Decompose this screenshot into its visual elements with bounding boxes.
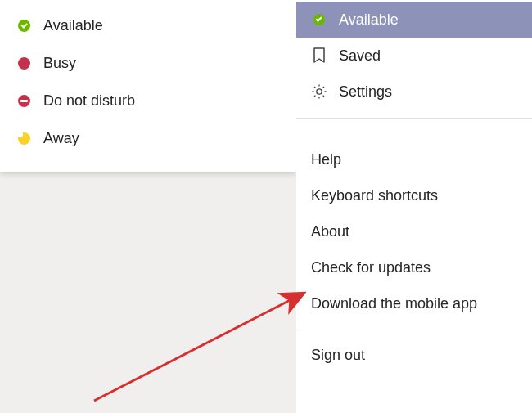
menu-item-settings[interactable]: Settings: [296, 74, 532, 110]
menu-item-label: Available: [339, 11, 399, 29]
status-option-away[interactable]: Away: [0, 119, 296, 157]
available-icon: [311, 11, 327, 28]
menu-item-keyboard-shortcuts[interactable]: Keyboard shortcuts: [296, 177, 532, 213]
svg-point-0: [317, 89, 322, 94]
status-submenu: Available Busy Do not disturb Away: [0, 0, 296, 172]
menu-item-label: Sign out: [311, 347, 365, 364]
status-option-label: Do not disturb: [43, 92, 135, 110]
profile-menu: Available Saved Settings Help: [296, 0, 532, 413]
menu-item-label: Keyboard shortcuts: [311, 187, 438, 204]
menu-item-check-updates[interactable]: Check for updates: [296, 249, 532, 285]
menu-item-label: About: [311, 223, 349, 240]
menu-group-bottom: Sign out: [296, 330, 532, 373]
menu-item-sign-out[interactable]: Sign out: [296, 337, 532, 373]
dnd-icon: [18, 95, 30, 107]
busy-icon: [18, 57, 30, 70]
menu-group-middle: Help Keyboard shortcuts About Check for …: [296, 119, 532, 330]
menu-item-label: Settings: [339, 83, 392, 101]
menu-item-help[interactable]: Help: [296, 141, 532, 177]
menu-item-about[interactable]: About: [296, 213, 532, 249]
status-option-label: Away: [43, 130, 79, 147]
menu-group-top: Available Saved Settings: [296, 0, 532, 119]
status-option-label: Available: [43, 17, 103, 34]
menu-item-label: Download the mobile app: [311, 295, 477, 312]
status-option-busy[interactable]: Busy: [0, 44, 296, 82]
menu-item-label: Check for updates: [311, 259, 431, 276]
status-option-available[interactable]: Available: [0, 7, 296, 44]
available-icon: [18, 20, 30, 32]
menu-item-label: Saved: [339, 47, 381, 65]
menu-item-label: Help: [311, 151, 341, 168]
bookmark-icon: [311, 47, 327, 64]
svg-line-1: [94, 293, 304, 401]
menu-item-download-mobile[interactable]: Download the mobile app: [296, 285, 532, 321]
menu-item-status[interactable]: Available: [296, 2, 532, 38]
status-option-dnd[interactable]: Do not disturb: [0, 82, 296, 119]
status-option-label: Busy: [43, 55, 76, 72]
menu-item-saved[interactable]: Saved: [296, 38, 532, 74]
gear-icon: [311, 83, 327, 100]
away-icon: [18, 132, 30, 145]
